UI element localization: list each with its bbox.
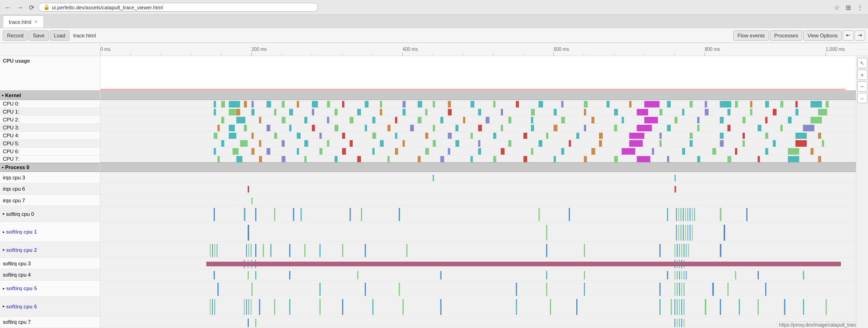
svg-rect-57 (811, 101, 822, 107)
svg-rect-298 (688, 244, 689, 257)
svg-rect-313 (357, 271, 358, 279)
svg-rect-371 (739, 299, 740, 315)
softirq-cpu2-label[interactable]: ▸ softirq cpu 2 (0, 242, 100, 258)
svg-rect-325 (758, 271, 759, 279)
zoom-in-button[interactable]: + (857, 70, 868, 80)
svg-rect-365 (677, 299, 678, 315)
svg-rect-267 (683, 225, 684, 241)
svg-rect-290 (584, 244, 585, 257)
svg-rect-185 (795, 140, 806, 147)
svg-rect-69 (403, 109, 406, 115)
cpu0-bars (100, 100, 856, 108)
menu-icon[interactable]: ⋮ (855, 3, 865, 12)
cpu1-row-label: CPU 1: (0, 108, 100, 116)
softirq-cpu1-label[interactable]: ▸ softirq cpu 1 (0, 222, 100, 242)
status-text: https://proxy.dev/image/catapult_trace_v… (779, 322, 866, 328)
softirq-cpu6-expand[interactable]: ▸ (3, 304, 5, 308)
svg-rect-186 (822, 140, 824, 147)
svg-rect-321 (681, 271, 682, 279)
svg-rect-345 (212, 299, 213, 315)
svg-rect-101 (531, 117, 533, 123)
address-bar[interactable]: 🔒 ui.perfetto.dev/assets/catapult_trace_… (38, 3, 318, 12)
svg-rect-32 (342, 101, 344, 107)
back-button[interactable]: ← (3, 3, 13, 12)
softirq-cpu5-label[interactable]: ▸ softirq cpu 5 (0, 281, 100, 297)
svg-rect-346 (214, 299, 215, 315)
svg-rect-291 (659, 244, 660, 257)
softirq-cpu2-expand[interactable]: ▸ (3, 248, 5, 252)
process0-section-header[interactable]: • Process 0 (0, 164, 100, 172)
toolbar-right: Flow events Processes View Options ⇤ ⇥ (733, 30, 865, 41)
svg-rect-375 (826, 299, 826, 315)
url-text: ui.perfetto.dev/assets/catapult_trace_vi… (52, 5, 163, 10)
svg-rect-90 (282, 117, 286, 123)
svg-rect-109 (742, 117, 745, 123)
svg-rect-317 (667, 271, 668, 279)
svg-rect-315 (546, 271, 547, 279)
svg-rect-151 (524, 133, 527, 139)
svg-rect-165 (259, 140, 261, 147)
softirq-cpu6-label[interactable]: ▸ softirq cpu 6 (0, 297, 100, 317)
svg-rect-224 (553, 156, 556, 163)
svg-rect-159 (742, 133, 745, 139)
softirq-cpu2-content (100, 242, 856, 258)
cpu5-row-label: CPU 5: (0, 140, 100, 148)
browser-nav: ← → ⟳ 🔒 ui.perfetto.dev/assets/catapult_… (0, 0, 868, 15)
processes-button[interactable]: Processes (770, 30, 802, 41)
svg-rect-195 (395, 148, 398, 155)
tab-trace[interactable]: trace.html ✕ (3, 15, 44, 28)
svg-rect-79 (659, 109, 662, 115)
svg-rect-220 (441, 156, 444, 163)
svg-rect-245 (350, 208, 350, 221)
tab-close-icon[interactable]: ✕ (34, 19, 38, 24)
reload-button[interactable]: ⟳ (27, 3, 36, 12)
load-button[interactable]: Load (50, 30, 70, 41)
svg-rect-170 (380, 140, 384, 147)
svg-rect-221 (470, 156, 473, 163)
svg-rect-88 (236, 117, 245, 123)
svg-rect-161 (795, 133, 806, 139)
svg-rect-266 (680, 225, 681, 241)
extensions-icon[interactable]: ⊞ (844, 3, 853, 12)
app-toolbar: Record Save Load trace.html Flow events … (0, 28, 868, 43)
svg-rect-294 (679, 244, 680, 257)
forward-button[interactable]: → (15, 3, 25, 12)
zoom-out-button[interactable]: − (857, 81, 868, 92)
svg-rect-211 (217, 156, 220, 163)
expand-right-button[interactable]: ⇥ (854, 30, 865, 41)
svg-rect-99 (486, 117, 490, 123)
softirq-cpu0-expand[interactable]: ▸ (3, 212, 5, 216)
svg-rect-216 (335, 156, 337, 163)
view-options-button[interactable]: View Options (803, 30, 842, 41)
cursor-button[interactable]: ↖ (857, 58, 868, 68)
softirq-cpu0-label[interactable]: ▸ softirq cpu 0 (0, 206, 100, 222)
fit-button[interactable]: ↔ (857, 93, 868, 103)
kernel-section-header[interactable]: • Kernel (0, 91, 100, 100)
svg-rect-28 (282, 101, 285, 107)
record-button[interactable]: Record (3, 30, 28, 41)
svg-rect-180 (659, 140, 662, 147)
svg-rect-292 (674, 244, 675, 257)
expand-left-button[interactable]: ⇤ (843, 30, 854, 41)
star-icon[interactable]: ☆ (832, 3, 842, 12)
svg-rect-70 (425, 109, 427, 115)
cpu-usage-label: CPU usage (0, 56, 100, 91)
trace-content-area (100, 56, 856, 328)
svg-rect-339 (681, 283, 682, 296)
svg-rect-51 (720, 101, 731, 107)
svg-rect-138 (214, 133, 217, 139)
svg-rect-173 (455, 140, 459, 147)
svg-rect-81 (705, 109, 708, 115)
svg-rect-215 (304, 156, 307, 163)
softirq-cpu1-expand[interactable]: ▸ (3, 230, 5, 234)
svg-rect-42 (539, 101, 543, 107)
svg-rect-284 (304, 244, 305, 257)
flow-events-button[interactable]: Flow events (733, 30, 769, 41)
softirq-cpu5-expand[interactable]: ▸ (3, 286, 5, 291)
svg-rect-276 (217, 244, 217, 257)
save-button[interactable]: Save (28, 30, 49, 41)
timeline-ruler: 0 ms 200 ms 400 ms 600 ms 800 ms 1,000 m… (100, 43, 856, 56)
svg-rect-73 (501, 109, 503, 115)
svg-rect-75 (553, 109, 556, 115)
svg-rect-373 (784, 299, 785, 315)
